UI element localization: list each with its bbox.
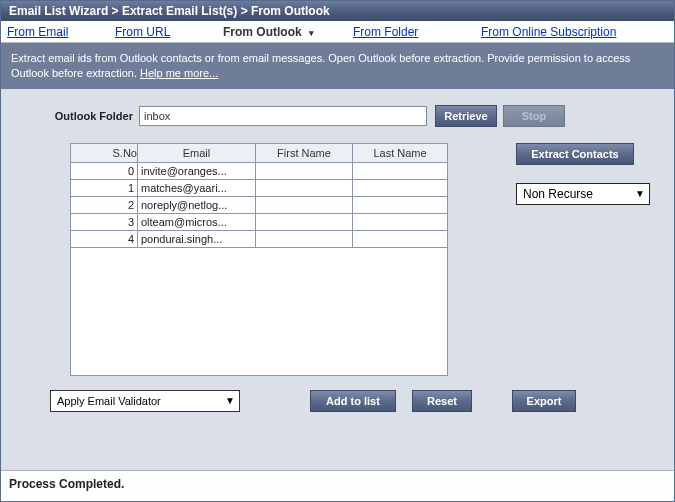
recurse-selected: Non Recurse — [523, 187, 593, 201]
validator-select[interactable]: Apply Email Validator ▼ — [50, 390, 240, 412]
col-header-email[interactable]: Email — [138, 143, 256, 162]
stop-button[interactable]: Stop — [503, 105, 565, 127]
table-row[interactable]: 2noreply@netlog... — [71, 196, 448, 213]
results-grid: S.No Email First Name Last Name 0invite@… — [70, 143, 448, 376]
tab-from-url[interactable]: From URL — [115, 25, 223, 39]
folder-row: Outlook Folder Retrieve Stop — [17, 105, 658, 127]
status-text: Process Completed. — [9, 477, 124, 491]
chevron-down-icon: ▼ — [225, 395, 235, 406]
side-panel: Extract Contacts Non Recurse ▼ — [516, 143, 650, 376]
cell-sno[interactable]: 3 — [71, 213, 138, 230]
bottom-row: Apply Email Validator ▼ Add to list Rese… — [17, 390, 658, 412]
recurse-select[interactable]: Non Recurse ▼ — [516, 183, 650, 205]
content-area: Outlook Folder Retrieve Stop S.No Email … — [1, 89, 674, 470]
cell-email[interactable]: invite@oranges... — [138, 162, 256, 179]
cell-email[interactable]: olteam@micros... — [138, 213, 256, 230]
retrieve-button[interactable]: Retrieve — [435, 105, 497, 127]
cell-sno[interactable]: 2 — [71, 196, 138, 213]
reset-button[interactable]: Reset — [412, 390, 472, 412]
add-to-list-button[interactable]: Add to list — [310, 390, 396, 412]
col-header-sno[interactable]: S.No — [71, 143, 138, 162]
grid-empty-area[interactable] — [70, 248, 448, 376]
folder-input[interactable] — [139, 106, 427, 126]
cell-first[interactable] — [256, 196, 353, 213]
results-table: S.No Email First Name Last Name 0invite@… — [70, 143, 448, 248]
title-text: Email List Wizard > Extract Email List(s… — [9, 4, 330, 18]
tab-from-outlook[interactable]: From Outlook ▾ — [223, 25, 353, 39]
cell-last[interactable] — [353, 179, 448, 196]
info-bar: Extract email ids from Outlook contacts … — [1, 43, 674, 89]
table-header-row: S.No Email First Name Last Name — [71, 143, 448, 162]
cell-email[interactable]: noreply@netlog... — [138, 196, 256, 213]
cell-last[interactable] — [353, 196, 448, 213]
folder-label: Outlook Folder — [17, 110, 139, 122]
cell-first[interactable] — [256, 179, 353, 196]
extract-contacts-button[interactable]: Extract Contacts — [516, 143, 634, 165]
cell-first[interactable] — [256, 213, 353, 230]
cell-sno[interactable]: 4 — [71, 230, 138, 247]
tab-from-outlook-label: From Outlook — [223, 25, 302, 39]
cell-last[interactable] — [353, 162, 448, 179]
app-window: Email List Wizard > Extract Email List(s… — [0, 0, 675, 502]
cell-sno[interactable]: 1 — [71, 179, 138, 196]
tab-from-folder[interactable]: From Folder — [353, 25, 481, 39]
cell-first[interactable] — [256, 230, 353, 247]
chevron-down-icon: ▼ — [635, 188, 645, 199]
status-bar: Process Completed. — [1, 470, 674, 501]
title-bar: Email List Wizard > Extract Email List(s… — [1, 1, 674, 21]
main-area: S.No Email First Name Last Name 0invite@… — [17, 143, 658, 376]
col-header-first[interactable]: First Name — [256, 143, 353, 162]
cell-email[interactable]: pondurai.singh... — [138, 230, 256, 247]
tab-bar: From Email From URL From Outlook ▾ From … — [1, 21, 674, 43]
cell-sno[interactable]: 0 — [71, 162, 138, 179]
cell-last[interactable] — [353, 213, 448, 230]
col-header-last[interactable]: Last Name — [353, 143, 448, 162]
cell-first[interactable] — [256, 162, 353, 179]
cell-last[interactable] — [353, 230, 448, 247]
info-text: Extract email ids from Outlook contacts … — [11, 52, 630, 79]
table-row[interactable]: 0invite@oranges... — [71, 162, 448, 179]
export-button[interactable]: Export — [512, 390, 576, 412]
validator-selected: Apply Email Validator — [57, 395, 161, 407]
dropdown-arrow-icon: ▾ — [309, 28, 314, 38]
help-link[interactable]: Help me more... — [140, 67, 218, 79]
cell-email[interactable]: matches@yaari... — [138, 179, 256, 196]
table-row[interactable]: 4pondurai.singh... — [71, 230, 448, 247]
table-row[interactable]: 1matches@yaari... — [71, 179, 448, 196]
tab-from-email[interactable]: From Email — [7, 25, 115, 39]
table-row[interactable]: 3olteam@micros... — [71, 213, 448, 230]
tab-from-online[interactable]: From Online Subscription — [481, 25, 616, 39]
